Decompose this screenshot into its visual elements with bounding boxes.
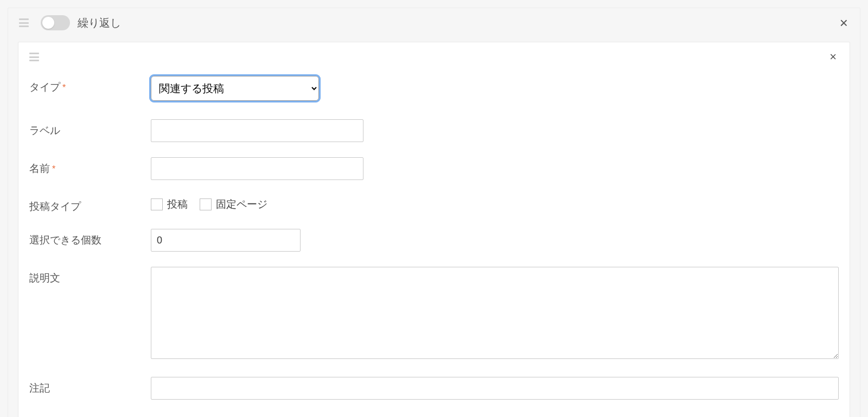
field-item-header: × — [29, 50, 839, 74]
max-select-input[interactable] — [151, 229, 301, 252]
drag-handle-icon[interactable] — [29, 53, 39, 61]
close-icon[interactable]: × — [838, 15, 850, 31]
required-mark: * — [52, 164, 55, 174]
type-select[interactable]: 関連する投稿 — [151, 76, 319, 101]
label-label: ラベル — [29, 119, 151, 138]
label-post-type: 投稿タイプ — [29, 195, 151, 214]
row-description: 説明文 — [29, 259, 839, 369]
row-label: ラベル — [29, 112, 839, 150]
repeater-header: 繰り返し × — [8, 8, 860, 34]
drag-handle-icon[interactable] — [19, 18, 29, 27]
name-input[interactable] — [151, 157, 363, 180]
row-post-type: 投稿タイプ 投稿 固定ページ — [29, 188, 839, 221]
close-icon[interactable]: × — [827, 50, 839, 64]
repeat-toggle[interactable] — [41, 15, 70, 30]
field-item-panel: × タイプ* 関連する投稿 ラベル 名 — [18, 42, 850, 417]
repeat-toggle-label: 繰り返し — [78, 16, 121, 30]
row-name: 名前* — [29, 150, 839, 188]
row-max-select: 選択できる個数 — [29, 221, 839, 259]
checkbox-page-label: 固定ページ — [216, 197, 267, 211]
note-input[interactable] — [151, 377, 839, 400]
label-name: 名前* — [29, 157, 151, 176]
label-note: 注記 — [29, 377, 151, 395]
row-type: タイプ* 関連する投稿 — [29, 74, 839, 112]
repeater-panel: 繰り返し × × タイプ* 関連する投稿 ラベル — [8, 8, 860, 417]
label-description: 説明文 — [29, 267, 151, 285]
label-text: 名前 — [29, 163, 50, 174]
checkbox-post[interactable] — [151, 198, 163, 210]
label-max-select: 選択できる個数 — [29, 229, 151, 247]
label-text: タイプ — [29, 81, 60, 93]
label-input[interactable] — [151, 119, 363, 142]
label-type: タイプ* — [29, 76, 151, 94]
checkbox-post-label: 投稿 — [167, 197, 188, 211]
required-mark: * — [62, 83, 66, 92]
row-note: 注記 — [29, 369, 839, 407]
checkbox-page[interactable] — [200, 198, 212, 210]
description-textarea[interactable] — [151, 267, 839, 359]
